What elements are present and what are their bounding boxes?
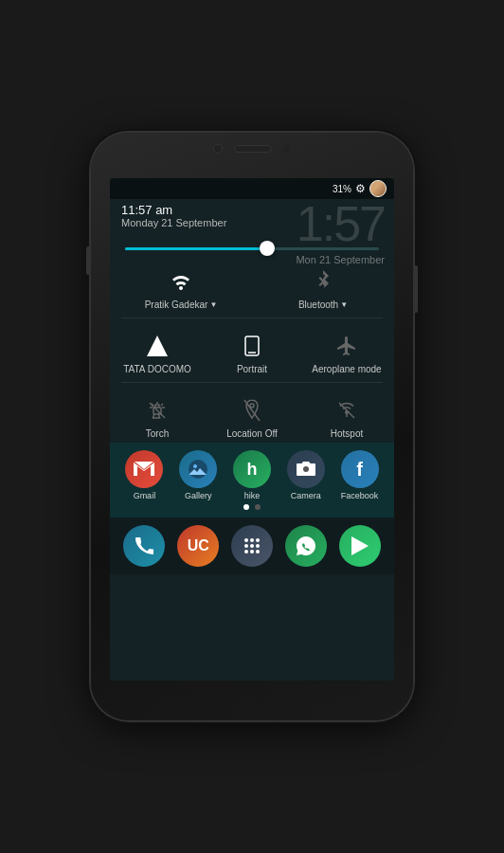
facebook-label: Facebook — [341, 491, 379, 500]
phone-device: 31% ⚙ 11:57 am Monday 21 September 1:57 … — [91, 133, 413, 720]
svg-point-23 — [256, 544, 260, 548]
svg-point-17 — [303, 466, 309, 472]
svg-point-24 — [244, 550, 248, 554]
torch-icon — [147, 396, 168, 425]
signal-icon — [147, 332, 168, 360]
hotspot-label: Hotspot — [331, 428, 363, 439]
camera-icon — [287, 450, 325, 488]
gmail-label: Gmail — [134, 491, 156, 500]
brightness-fill — [125, 247, 264, 250]
bluetooth-dropdown-arrow: ▼ — [340, 300, 348, 309]
gallery-icon — [179, 450, 217, 488]
svg-point-16 — [193, 464, 197, 468]
gallery-app[interactable]: Gallery — [173, 450, 223, 500]
svg-point-19 — [250, 538, 254, 542]
quick-tiles-row-3: Torch Location Off — [110, 387, 394, 443]
phone-dialer-icon[interactable] — [123, 525, 165, 567]
bluetooth-icon — [315, 267, 331, 296]
dot-2 — [255, 504, 261, 510]
wifi-label: Pratik Gadekar ▼ — [145, 299, 218, 310]
dot-1 — [243, 504, 249, 510]
brightness-track — [125, 247, 379, 250]
hike-icon: h — [233, 450, 271, 488]
portrait-label: Portrait — [237, 364, 267, 374]
svg-point-15 — [189, 460, 207, 479]
gallery-label: Gallery — [185, 491, 212, 500]
svg-point-0 — [179, 286, 183, 290]
torch-tile[interactable]: Torch — [119, 396, 195, 439]
date-display: Monday 21 September — [121, 217, 226, 228]
wifi-tile[interactable]: Pratik Gadekar ▼ — [143, 267, 219, 310]
dock: UC — [110, 517, 394, 574]
whatsapp-icon[interactable] — [285, 525, 327, 567]
phone-top-bar — [91, 144, 413, 154]
svg-point-20 — [256, 538, 260, 542]
page-dots — [110, 500, 394, 514]
speaker-grille — [234, 145, 272, 153]
gmail-app[interactable]: Gmail — [119, 450, 169, 500]
bluetooth-tile[interactable]: Bluetooth ▼ — [285, 267, 361, 310]
facebook-icon: f — [341, 450, 379, 488]
svg-marker-1 — [147, 336, 168, 356]
facebook-app[interactable]: f Facebook — [335, 450, 385, 500]
battery-indicator: 31% — [333, 184, 351, 194]
settings-icon[interactable]: ⚙ — [355, 182, 366, 195]
avatar[interactable] — [369, 180, 387, 197]
gmail-icon — [125, 450, 163, 488]
airplane-label: Aeroplane mode — [312, 364, 381, 374]
app-drawer-icon[interactable] — [231, 525, 273, 567]
avatar-image — [370, 181, 386, 196]
wifi-dropdown-arrow: ▼ — [209, 300, 217, 309]
svg-line-7 — [161, 404, 163, 406]
status-bar: 31% ⚙ — [110, 178, 394, 199]
quick-tiles-row-2: TATA DOCOMO Portrait — [110, 322, 394, 378]
phone-screen: 31% ⚙ 11:57 am Monday 21 September 1:57 … — [110, 178, 394, 681]
sensor — [283, 145, 291, 153]
uc-browser-icon[interactable]: UC — [177, 525, 219, 567]
brightness-slider-row[interactable] — [110, 240, 394, 258]
app-icons-row: Gmail Gallery — [110, 450, 394, 500]
svg-point-25 — [250, 550, 254, 554]
svg-point-21 — [244, 544, 248, 548]
camera-label: Camera — [291, 491, 321, 500]
bluetooth-label-text: Bluetooth — [298, 299, 338, 310]
svg-point-18 — [244, 538, 248, 542]
front-camera — [213, 144, 223, 154]
signal-label: TATA DOCOMO — [123, 364, 191, 374]
location-icon — [243, 396, 261, 425]
signal-tile[interactable]: TATA DOCOMO — [119, 332, 195, 374]
wifi-icon — [170, 267, 192, 296]
hotspot-icon — [335, 396, 358, 425]
portrait-tile[interactable]: Portrait — [214, 332, 290, 374]
hotspot-tile[interactable]: Hotspot — [309, 396, 385, 439]
svg-point-22 — [250, 544, 254, 548]
svg-point-11 — [250, 404, 254, 408]
location-tile[interactable]: Location Off — [214, 396, 290, 439]
quick-tiles-row-1: Pratik Gadekar ▼ Bluetooth ▼ — [110, 258, 394, 314]
torch-label: Torch — [146, 428, 169, 439]
hike-app[interactable]: h hike — [227, 450, 277, 500]
svg-point-26 — [256, 550, 260, 554]
airplane-icon — [335, 332, 358, 360]
app-icons-area: Gmail Gallery — [110, 443, 394, 517]
camera-app[interactable]: Camera — [281, 450, 331, 500]
time-display: 11:57 am — [121, 203, 226, 217]
airplane-tile[interactable]: Aeroplane mode — [309, 332, 385, 374]
location-label: Location Off — [226, 428, 278, 439]
notification-panel: 11:57 am Monday 21 September 1:57 Mon 21… — [110, 178, 394, 681]
play-store-icon[interactable] — [339, 525, 381, 567]
brightness-thumb[interactable] — [260, 241, 275, 256]
wifi-label-text: Pratik Gadekar — [145, 299, 208, 310]
hike-label: hike — [244, 491, 261, 500]
divider-1 — [121, 318, 383, 318]
portrait-icon — [244, 332, 260, 360]
bluetooth-label: Bluetooth ▼ — [298, 299, 348, 310]
divider-2 — [121, 382, 383, 383]
